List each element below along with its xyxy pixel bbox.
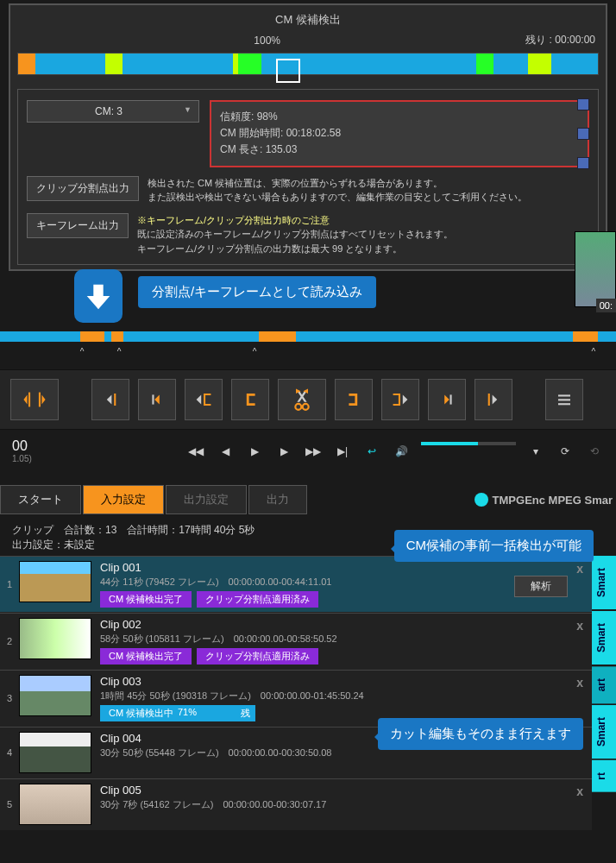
skip-end-button[interactable]: ▶| — [333, 442, 352, 461]
tab-start[interactable]: スタート — [0, 485, 81, 514]
rewind-button[interactable]: ◀◀ — [186, 442, 205, 461]
step-back-button[interactable] — [138, 379, 176, 420]
warn-text-2: ※キーフレーム/クリップ分割出力時のご注意 既に設定済みのキーフレーム/クリップ… — [137, 213, 453, 256]
menu-button[interactable] — [545, 379, 583, 420]
arrow-down-callout — [74, 269, 123, 323]
tab-output-settings[interactable]: 出力設定 — [166, 485, 247, 514]
clip-list: 1 Clip 001 44分 11秒 (79452 フレーム) 00:00:00… — [0, 556, 592, 830]
timeline-markers: ^^^^ — [0, 347, 616, 359]
cm-detection-panel: CM 候補検出 100% 残り : 00:00:00 CM: 3 信頼度: 98… — [9, 3, 607, 271]
detection-strip — [17, 53, 599, 75]
mute-button[interactable]: ▾ — [526, 442, 545, 461]
mark-in-button[interactable] — [231, 379, 269, 420]
clip-duration: 30分 7秒 (54162 フレーム) 00:00:00.00-00:30:07… — [100, 798, 585, 811]
svg-rect-1 — [39, 393, 41, 407]
clip-split-output-button[interactable]: クリップ分割点出力 — [27, 176, 139, 201]
keyframe-output-button[interactable]: キーフレーム出力 — [27, 213, 129, 238]
smart-tab-1[interactable]: Smart — [592, 556, 616, 609]
cut-button[interactable] — [278, 379, 326, 420]
playback-sub: 1.05) — [12, 454, 32, 463]
mark-out-button[interactable] — [335, 379, 373, 420]
smart-tab-4[interactable]: Smart — [592, 705, 616, 759]
cm-select-dropdown[interactable]: CM: 3 — [27, 100, 199, 123]
clip-duration: 1時間 45分 50秒 (190318 フレーム) 00:00:00.00-01… — [100, 690, 585, 702]
badge-detect-progress: CM 候補検出中71%残 — [100, 705, 255, 721]
jump-next-mark-button[interactable] — [475, 379, 512, 420]
clip-close-button[interactable]: x — [576, 676, 583, 690]
trim-handles-button[interactable] — [10, 379, 59, 420]
smart-tab-5[interactable]: rt — [592, 760, 616, 792]
clip-row[interactable]: 5 Clip 005 30分 7秒 (54162 フレーム) 00:00:00.… — [0, 778, 592, 830]
svg-rect-6 — [450, 394, 452, 404]
volume-icon[interactable]: 🔊 — [392, 442, 411, 461]
clip-duration: 58分 50秒 (105811 フレーム) 00:00:00.00-00:58:… — [100, 633, 585, 646]
next-frame-button[interactable]: ▶ — [274, 442, 293, 461]
progress-row: 100% 残り : 00:00:00 — [17, 33, 599, 47]
redo-button[interactable]: ⟲ — [585, 442, 604, 461]
tooltip-split-keyframe: 分割点/キーフレームとして読み込み — [138, 276, 376, 308]
svg-rect-7 — [488, 394, 490, 406]
playback-row: 00 1.05) ◀◀ ◀ ▶ ▶ ▶▶ ▶| ↩ 🔊 ▾ ⟳ ⟲ — [0, 432, 616, 470]
cm-info-box: 信頼度: 98% CM 開始時間: 00:18:02.58 CM 長さ: 135… — [210, 100, 589, 167]
clip-thumbnail — [19, 675, 91, 716]
jump-prev-mark-button[interactable] — [91, 379, 129, 420]
brand-icon — [475, 493, 488, 507]
svg-rect-9 — [558, 399, 570, 400]
playback-timestamp: 00 — [12, 438, 32, 454]
brand-label: TMPGEnc MPEG Smar — [475, 493, 616, 507]
svg-point-4 — [295, 404, 301, 410]
clip-name: Clip 003 — [100, 675, 585, 688]
refresh-button[interactable]: ⟳ — [556, 442, 575, 461]
clip-index: 5 — [7, 799, 19, 809]
ffwd-button[interactable]: ▶▶ — [304, 442, 323, 461]
info-toggle-1[interactable] — [577, 98, 589, 110]
svg-rect-0 — [28, 393, 30, 407]
loop-button[interactable]: ↩ — [362, 442, 381, 461]
mark-in-jump-button[interactable] — [185, 379, 223, 420]
info-start: CM 開始時間: 00:18:02.58 — [220, 125, 579, 142]
svg-rect-2 — [114, 394, 116, 406]
mark-out-jump-button[interactable] — [381, 379, 419, 420]
tab-input[interactable]: 入力設定 — [83, 485, 164, 514]
progress-percent: 100% — [21, 35, 513, 47]
info-toggle-3[interactable] — [577, 157, 589, 169]
volume-slider[interactable] — [421, 442, 516, 445]
smart-tab-2[interactable]: Smart — [592, 611, 616, 665]
clip-index: 2 — [7, 636, 19, 646]
info-toggle-2[interactable] — [577, 128, 589, 140]
svg-rect-8 — [558, 394, 570, 396]
clip-row[interactable]: 1 Clip 001 44分 11秒 (79452 フレーム) 00:00:00… — [0, 556, 592, 613]
clip-thumbnail — [19, 732, 91, 773]
badge-split-applied: クリップ分割点適用済み — [197, 591, 318, 608]
clip-index: 1 — [7, 579, 19, 589]
prev-frame-button[interactable]: ◀ — [216, 442, 235, 461]
clip-thumbnail — [19, 618, 91, 659]
preview-thumbnail — [575, 231, 616, 307]
clip-close-button[interactable]: x — [576, 562, 583, 576]
clip-name: Clip 001 — [100, 561, 585, 574]
tab-output[interactable]: 出力 — [248, 485, 307, 514]
svg-point-5 — [303, 404, 309, 410]
analyze-button[interactable]: 解析 — [514, 576, 568, 597]
info-length: CM 長さ: 135.03 — [220, 142, 579, 158]
svg-rect-10 — [558, 403, 570, 405]
preview-timestamp: 00: — [596, 299, 616, 312]
clip-name: Clip 002 — [100, 618, 585, 631]
step-fwd-button[interactable] — [428, 379, 466, 420]
clip-close-button[interactable]: x — [576, 619, 583, 633]
timeline-strip[interactable] — [0, 331, 616, 342]
detection-detail-box: CM: 3 信頼度: 98% CM 開始時間: 00:18:02.58 CM 長… — [17, 89, 599, 265]
play-button[interactable]: ▶ — [245, 442, 264, 461]
progress-remaining: 残り : 00:00:00 — [525, 33, 595, 47]
clip-name: Clip 005 — [100, 784, 585, 797]
clip-duration: 44分 11秒 (79452 フレーム) 00:00:00.00-00:44:1… — [100, 576, 585, 589]
clip-close-button[interactable]: x — [576, 784, 583, 798]
clip-index: 4 — [7, 747, 19, 758]
warn-text-1: 検出された CM 候補位置は、実際の位置からずれる場合があります。 また誤検出や… — [148, 176, 527, 205]
clip-thumbnail — [19, 561, 91, 602]
info-confidence: 信頼度: 98% — [220, 109, 579, 125]
clip-row[interactable]: 2 Clip 002 58分 50秒 (105811 フレーム) 00:00:0… — [0, 613, 592, 670]
mode-tabs: スタート 入力設定 出力設定 出力 TMPGEnc MPEG Smar — [0, 485, 616, 514]
tooltip-cut-edit: カット編集もそのまま行えます — [378, 718, 583, 750]
smart-tab-3[interactable]: art — [592, 666, 616, 703]
